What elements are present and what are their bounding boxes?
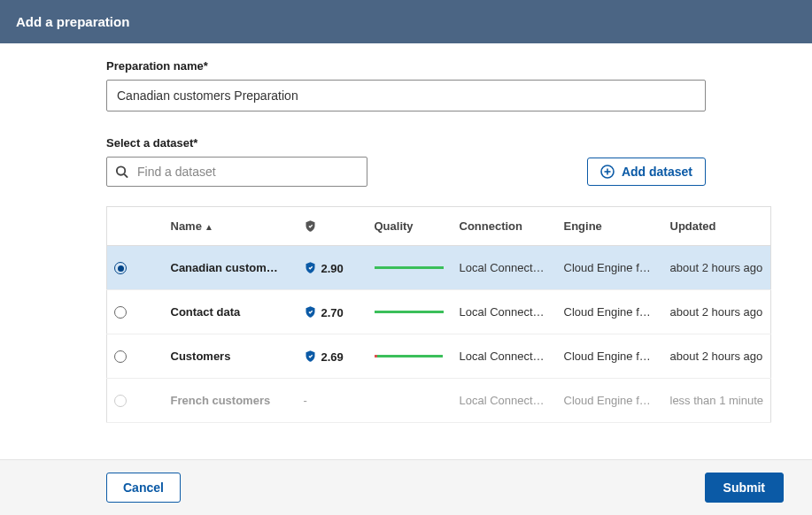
- dialog-body: Preparation name* Select a dataset*: [0, 43, 812, 432]
- row-trust-score: -: [297, 379, 367, 423]
- submit-button[interactable]: Submit: [705, 473, 784, 503]
- row-connection: Local Connect…: [452, 334, 557, 379]
- row-radio[interactable]: [114, 262, 127, 274]
- dataset-table: Name▲ Quality Connection Engine Updated …: [106, 206, 771, 423]
- table-body: Canadian custom…2.90Local Connect…Cloud …: [107, 246, 771, 423]
- row-quality-bar: [367, 379, 452, 423]
- svg-point-0: [117, 166, 125, 174]
- row-engine: Cloud Engine f…: [557, 290, 663, 334]
- row-connection: Local Connect…: [452, 379, 557, 423]
- col-name-header[interactable]: Name▲: [164, 207, 297, 246]
- row-trust-score: 2.69: [297, 334, 367, 379]
- row-quality-bar: [367, 290, 452, 334]
- dialog-footer: Cancel Submit: [0, 459, 812, 515]
- row-name: Contact data: [164, 290, 297, 334]
- row-updated: about 2 hours ago: [663, 290, 771, 334]
- row-engine: Cloud Engine f…: [557, 246, 663, 290]
- col-engine-header[interactable]: Engine: [557, 207, 663, 246]
- row-updated: about 2 hours ago: [663, 334, 771, 379]
- row-name: French customers: [164, 379, 297, 423]
- table-header: Name▲ Quality Connection Engine Updated: [107, 207, 771, 246]
- col-name-label: Name: [171, 219, 202, 233]
- row-trust-score: 2.90: [297, 246, 367, 290]
- row-radio[interactable]: [114, 306, 127, 319]
- svg-line-1: [124, 174, 128, 178]
- row-name: Canadian custom…: [164, 246, 297, 290]
- select-dataset-label: Select a dataset*: [106, 136, 706, 150]
- cancel-button[interactable]: Cancel: [106, 473, 181, 503]
- row-engine: Cloud Engine f…: [557, 334, 663, 379]
- shield-header-icon: [304, 220, 321, 234]
- preparation-name-input[interactable]: [106, 80, 706, 111]
- search-input[interactable]: [106, 157, 367, 187]
- row-updated: about 2 hours ago: [663, 246, 771, 290]
- sort-asc-icon: ▲: [205, 222, 213, 232]
- table-row[interactable]: French customers-Local Connect…Cloud Eng…: [107, 379, 771, 423]
- row-connection: Local Connect…: [452, 246, 557, 290]
- search-icon: [115, 165, 128, 179]
- preparation-name-label: Preparation name*: [106, 59, 706, 73]
- col-trust-header[interactable]: [297, 207, 367, 246]
- add-dataset-button[interactable]: Add dataset: [587, 158, 706, 186]
- table-row[interactable]: Customers2.69Local Connect…Cloud Engine …: [107, 334, 771, 379]
- dialog-title: Add a preparation: [16, 14, 129, 29]
- table-row[interactable]: Canadian custom…2.90Local Connect…Cloud …: [107, 246, 771, 290]
- row-name: Customers: [164, 334, 297, 379]
- row-connection: Local Connect…: [452, 290, 557, 334]
- col-updated-header[interactable]: Updated: [663, 207, 771, 246]
- table-row[interactable]: Contact data2.70Local Connect…Cloud Engi…: [107, 290, 771, 334]
- row-updated: less than 1 minute: [663, 379, 771, 423]
- col-connection-header[interactable]: Connection: [452, 207, 557, 246]
- row-quality-bar: [367, 246, 452, 290]
- plus-circle-icon: [600, 165, 615, 179]
- col-quality-header[interactable]: Quality: [367, 207, 452, 246]
- col-select: [107, 207, 164, 246]
- row-trust-score: 2.70: [297, 290, 367, 334]
- row-radio: [114, 395, 127, 407]
- row-quality-bar: [367, 334, 452, 379]
- search-box: [106, 157, 367, 187]
- dialog-header: Add a preparation: [0, 0, 812, 43]
- row-radio[interactable]: [114, 350, 127, 363]
- row-engine: Cloud Engine f…: [557, 379, 663, 423]
- add-dataset-label: Add dataset: [622, 165, 692, 179]
